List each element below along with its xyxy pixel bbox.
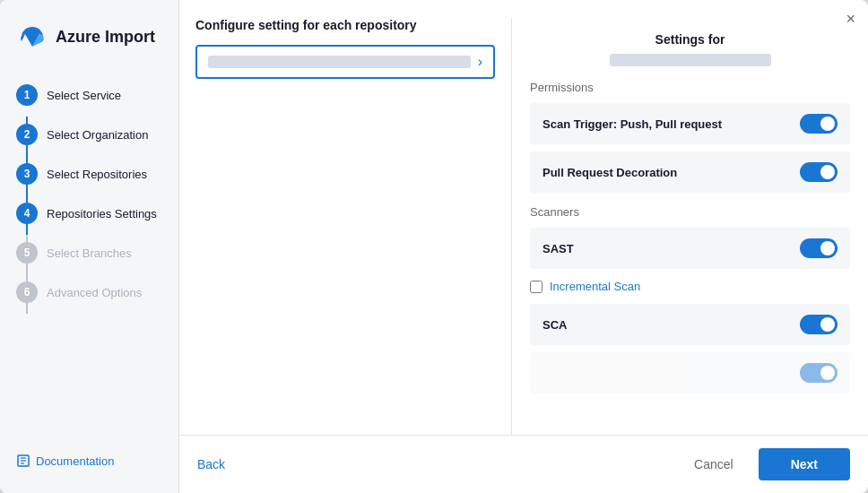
toggle-track-scan[interactable] (800, 114, 838, 134)
toggle-track-sast[interactable] (800, 238, 838, 258)
step-circle-3: 3 (16, 163, 38, 185)
sidebar-item-select-organization[interactable]: 2 Select Organization (0, 115, 178, 154)
toggle-thumb-sast (820, 241, 835, 255)
sca-label: SCA (542, 318, 567, 332)
settings-panel: Settings for Permissions Scan Trigger: P… (511, 18, 868, 435)
chevron-right-icon: › (478, 54, 482, 70)
step-label-1: Select Service (47, 89, 121, 102)
step-label-2: Select Organization (47, 128, 148, 142)
panel-title: Configure setting for each repository (195, 18, 495, 32)
incremental-scan-checkbox[interactable] (530, 281, 542, 293)
scan-trigger-label: Scan Trigger: Push, Pull request (542, 117, 722, 131)
step-circle-1: 1 (16, 84, 38, 106)
next-button[interactable]: Next (759, 448, 850, 480)
documentation-label: Documentation (36, 454, 114, 468)
step-circle-6: 6 (16, 281, 38, 303)
book-icon (16, 454, 30, 468)
toggle-thumb-partial (820, 366, 835, 380)
footer-right: Cancel Next (680, 448, 850, 480)
settings-for-repo-name (610, 54, 771, 66)
step-label-6: Advanced Options (47, 286, 142, 299)
modal-footer: Back Cancel Next (179, 435, 868, 493)
scan-trigger-row: Scan Trigger: Push, Pull request (530, 103, 850, 144)
step-circle-5: 5 (16, 242, 38, 264)
toggle-thumb-scan (820, 117, 835, 131)
sidebar-title: Azure Import (56, 28, 155, 48)
sast-toggle[interactable] (800, 238, 838, 258)
step-label-3: Select Repositories (47, 168, 147, 181)
main-body: Configure setting for each repository › … (179, 0, 868, 435)
step-circle-2: 2 (16, 124, 38, 145)
step-circle-4: 4 (16, 203, 38, 224)
incremental-scan-row: Incremental Scan (530, 276, 850, 297)
close-button[interactable]: × (846, 11, 855, 27)
toggle-track-sca[interactable] (800, 315, 838, 334)
documentation-link[interactable]: Documentation (0, 443, 178, 479)
scan-trigger-toggle[interactable] (800, 114, 838, 134)
settings-scroll: Settings for Permissions Scan Trigger: P… (512, 18, 868, 435)
azure-logo-icon (16, 22, 48, 54)
repo-item-text (208, 56, 471, 68)
sidebar-item-select-repositories[interactable]: 3 Select Repositories (0, 154, 178, 194)
settings-for-label: Settings for (530, 32, 850, 47)
incremental-scan-label[interactable]: Incremental Scan (550, 280, 640, 293)
toggle-thumb-sca (820, 317, 835, 332)
permissions-label: Permissions (530, 81, 850, 94)
step-label-4: Repositories Settings (47, 207, 157, 221)
repo-panel: Configure setting for each repository › (179, 18, 511, 435)
modal: × Azure Import 1 Select Service 2 (0, 0, 868, 493)
sidebar-item-select-branches[interactable]: 5 Select Branches (0, 233, 178, 272)
main-content: Configure setting for each repository › … (179, 0, 868, 493)
pull-request-toggle[interactable] (800, 162, 838, 182)
permissions-section: Permissions Scan Trigger: Push, Pull req… (530, 81, 850, 193)
step-label-5: Select Branches (47, 246, 132, 260)
scanners-section: Scanners SAST Incremental Scan (530, 205, 850, 394)
sidebar-item-select-service[interactable]: 1 Select Service (0, 75, 178, 115)
sast-label: SAST (542, 242, 574, 255)
toggle-track-partial[interactable] (800, 363, 838, 383)
pull-request-label: Pull Request Decoration (542, 166, 677, 179)
pull-request-row: Pull Request Decoration (530, 151, 850, 193)
partial-row (530, 352, 850, 394)
sidebar-item-advanced-options[interactable]: 6 Advanced Options (0, 272, 178, 312)
scanners-label: Scanners (530, 205, 850, 219)
toggle-track-pr[interactable] (800, 162, 838, 182)
back-button[interactable]: Back (197, 452, 225, 477)
sidebar-steps: 1 Select Service 2 Select Organization 3… (0, 75, 178, 443)
sidebar-logo: Azure Import (0, 22, 178, 75)
sast-row: SAST (530, 228, 850, 269)
partial-toggle[interactable] (800, 363, 838, 383)
sidebar: Azure Import 1 Select Service 2 Select O… (0, 0, 179, 493)
sca-toggle[interactable] (800, 315, 838, 334)
toggle-thumb-pr (820, 165, 835, 179)
sca-row: SCA (530, 304, 850, 345)
cancel-button[interactable]: Cancel (680, 450, 748, 479)
repo-item[interactable]: › (195, 45, 495, 79)
sidebar-item-repositories-settings[interactable]: 4 Repositories Settings (0, 194, 178, 233)
